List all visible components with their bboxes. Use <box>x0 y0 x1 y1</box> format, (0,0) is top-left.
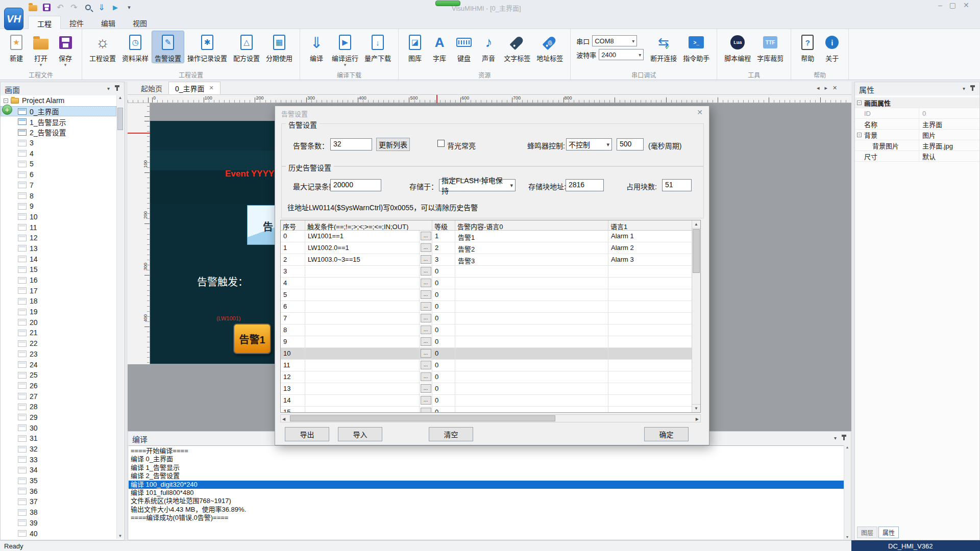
screen-tree-item[interactable]: 16 <box>1 275 116 286</box>
document-tab-0_主界面[interactable]: 0_主界面✕ <box>168 82 220 94</box>
screen-tree-item[interactable]: 0_主界面 <box>1 106 116 117</box>
alarm-table-row[interactable]: 4...0 <box>281 278 700 289</box>
alarm-table-row[interactable]: 6...0 <box>281 301 700 313</box>
screen-tree-item[interactable]: 5 <box>1 159 116 169</box>
ribbon-button-关于[interactable]: i关于 <box>820 31 844 63</box>
screen-tree-item[interactable]: 28 <box>1 402 116 412</box>
buzzer-period-input[interactable]: 500 <box>617 138 644 151</box>
alarm-count-input[interactable]: 32 <box>330 138 372 151</box>
screen-tree-item[interactable]: 18 <box>1 296 116 307</box>
screen-tree-item[interactable]: 22 <box>1 338 116 349</box>
download-icon[interactable]: ⇓ <box>96 2 107 12</box>
alarm-table-row[interactable]: 2LW1003.0~3==15...3告警3Alarm 3 <box>281 254 700 266</box>
screen-tree-scrollbar[interactable]: ▲ ▼ <box>116 95 124 539</box>
screen-tree-item[interactable]: 25 <box>1 370 116 381</box>
serial-port-select[interactable]: COM8 <box>592 35 637 46</box>
alarm-table-row[interactable]: 7...0 <box>281 313 700 324</box>
condition-editor-button[interactable]: ... <box>421 408 431 413</box>
ribbon-button-字库[interactable]: A字库 <box>428 31 451 63</box>
screen-tree-item[interactable]: 2_告警设置 <box>1 127 116 138</box>
alarm-table-row[interactable]: 1LW1002.0==1...2告警2Alarm 2 <box>281 242 700 254</box>
menu-tab-控件[interactable]: 控件 <box>61 16 92 29</box>
panel-tab-属性[interactable]: 属性 <box>878 527 899 538</box>
ribbon-button-操作记录设置[interactable]: ✱操作记录设置 <box>185 31 230 63</box>
update-list-button[interactable]: 更新列表 <box>376 138 410 151</box>
compile-log-line[interactable]: 编译 1_告警显示 <box>131 464 844 472</box>
ribbon-button-告警设置[interactable]: ✎告警设置 <box>152 31 184 63</box>
condition-editor-button[interactable]: ... <box>421 232 431 240</box>
menu-tab-视图[interactable]: 视图 <box>124 16 156 29</box>
compile-log-line[interactable]: 编译 0_主界面 <box>131 455 844 463</box>
search-icon[interactable] <box>83 2 93 12</box>
screen-tree-item[interactable]: 17 <box>1 285 116 296</box>
screen-tree-item[interactable]: 12 <box>1 233 116 243</box>
screen-tree-item[interactable]: 6 <box>1 169 116 180</box>
blocks-used-input[interactable]: 51 <box>662 179 692 191</box>
ribbon-button-键盘[interactable]: 键盘 <box>452 31 476 63</box>
screen-tree-item[interactable]: 38 <box>1 507 116 518</box>
screen-tree-item[interactable]: 26 <box>1 381 116 391</box>
condition-editor-button[interactable]: ... <box>421 337 431 346</box>
screen-tree-item[interactable]: 33 <box>1 454 116 465</box>
condition-editor-button[interactable]: ... <box>421 361 431 369</box>
ribbon-button-声音[interactable]: ♪声音 <box>477 31 500 63</box>
store-in-select[interactable]: 指定FLASH-掉电保持 <box>439 179 516 191</box>
property-section[interactable]: −画面属性 <box>855 97 979 108</box>
alarm-button-widget[interactable]: 告警1 <box>233 323 271 354</box>
alarm-table-row[interactable]: 3...0 <box>281 266 700 278</box>
compile-log-line[interactable]: 编译 101_full800*480 <box>131 489 844 497</box>
alarm-table-row[interactable]: 14...0 <box>281 395 700 407</box>
tree-root-item[interactable]: −Project Alarm <box>1 95 116 106</box>
property-row[interactable]: 背景图片主界面.jpg <box>855 140 979 151</box>
minimize-icon[interactable]: – <box>938 1 942 9</box>
tab-scroll-left-icon[interactable]: ◂ <box>817 85 820 91</box>
ok-button[interactable]: 确定 <box>644 427 689 441</box>
condition-editor-button[interactable]: ... <box>421 243 431 252</box>
compile-log-line[interactable]: 编译 2_告警设置 <box>131 472 844 480</box>
close-icon[interactable]: ✕ <box>697 108 703 116</box>
property-row[interactable]: ID0 <box>855 108 979 119</box>
screen-tree-item[interactable]: 14 <box>1 254 116 264</box>
condition-editor-button[interactable]: ... <box>421 290 431 299</box>
block-address-input[interactable]: 2816 <box>566 179 604 191</box>
pin-icon[interactable] <box>116 85 118 91</box>
screen-tree-item[interactable]: 39 <box>1 518 116 529</box>
alarm-table-row[interactable]: 11...0 <box>281 360 700 371</box>
alarm-table-row[interactable]: 10...0 <box>281 348 700 360</box>
undo-icon[interactable]: ↶ <box>55 2 65 12</box>
screen-tree-item[interactable]: 9 <box>1 201 116 212</box>
redo-icon[interactable]: ↷ <box>69 2 79 12</box>
screen-tree-item[interactable]: 20 <box>1 317 116 328</box>
screen-tree-item[interactable]: 19 <box>1 307 116 317</box>
ribbon-button-字库裁剪[interactable]: TTF字库裁剪 <box>754 31 786 63</box>
ribbon-button-编译运行[interactable]: ▶编译运行▾ <box>329 31 361 67</box>
screen-tree-item[interactable]: 37 <box>1 496 116 507</box>
condition-editor-button[interactable]: ... <box>421 267 431 276</box>
close-icon[interactable]: ✕ <box>209 85 214 91</box>
compile-log-line[interactable]: ====开始编译==== <box>131 447 844 455</box>
add-screen-button[interactable]: + <box>2 105 12 115</box>
tab-scroll-right-icon[interactable]: ▸ <box>825 85 828 91</box>
screen-tree-item[interactable]: 27 <box>1 391 116 402</box>
property-row[interactable]: 名称主界面 <box>855 119 979 130</box>
screen-tree-item[interactable]: 13 <box>1 243 116 254</box>
screen-tree-item[interactable]: 1_告警显示 <box>1 116 116 127</box>
screen-tree-item[interactable]: 3 <box>1 138 116 148</box>
ribbon-button-图库[interactable]: ◪图库 <box>403 31 427 63</box>
backlight-checkbox[interactable] <box>437 140 445 147</box>
max-records-input[interactable]: 20000 <box>330 179 381 191</box>
condition-editor-button[interactable]: ... <box>421 279 431 287</box>
condition-editor-button[interactable]: ... <box>421 384 431 393</box>
ribbon-button-帮助[interactable]: ?帮助 <box>796 31 819 63</box>
export-run-icon[interactable]: ▶ <box>110 2 120 12</box>
screen-tree-item[interactable]: 7 <box>1 180 116 191</box>
maximize-icon[interactable]: ▢ <box>949 1 956 9</box>
alarm-table-row[interactable]: 0LW1001==1...1告警1Alarm 1 <box>281 231 700 242</box>
alarm-table-row[interactable]: 5...0 <box>281 289 700 301</box>
screen-tree-item[interactable]: 35 <box>1 475 116 486</box>
compile-log-scrollbar[interactable]: ▲▼ <box>844 445 850 539</box>
compile-log-line[interactable]: 输出文件大小4.43 MB，使用率36.89%. <box>131 506 844 514</box>
panel-tab-图层[interactable]: 图层 <box>857 527 877 538</box>
ribbon-button-保存[interactable]: 保存▾ <box>54 31 77 67</box>
clear-button[interactable]: 清空 <box>429 427 473 441</box>
